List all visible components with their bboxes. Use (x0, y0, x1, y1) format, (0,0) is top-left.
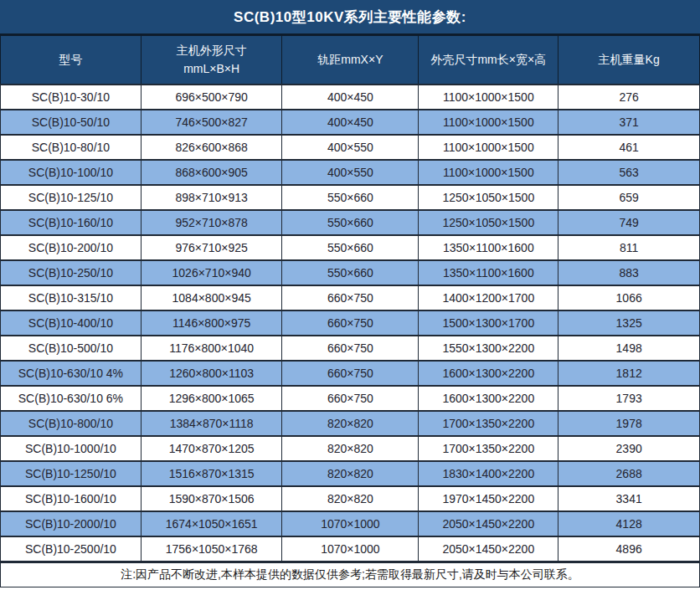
table-cell: 898×710×913 (141, 185, 282, 210)
table-cell: 1100×1000×1500 (419, 110, 558, 135)
spec-sheet: SC(B)10型10KV系列主要性能参数: 型号 主机外形尺寸 mmL×B×H … (0, 0, 700, 590)
table-cell: SC(B)10-80/10 (1, 135, 142, 160)
table-cell: 550×660 (282, 260, 419, 285)
table-cell: 1325 (558, 310, 700, 336)
table-cell: 1250×1050×1500 (419, 185, 558, 210)
table-cell: 461 (558, 135, 700, 160)
column-header-shell-size: 外壳尺寸mm长×宽×高 (419, 36, 558, 85)
table-row: SC(B)10-630/10 6%1296×800×1065660×750160… (1, 386, 700, 411)
table-cell: 660×750 (282, 386, 419, 411)
table-cell: SC(B)10-2000/10 (1, 511, 142, 536)
table-row: SC(B)10-630/10 4%1260×800×1103660×750160… (1, 361, 700, 386)
table-cell: 1793 (558, 386, 700, 411)
table-cell: 660×750 (282, 310, 419, 336)
table-cell: 820×820 (282, 461, 419, 486)
table-cell: 820×820 (282, 411, 419, 436)
table-cell: SC(B)10-1250/10 (1, 461, 142, 486)
table-cell: 1674×1050×1651 (141, 511, 282, 536)
table-cell: 1970×1450×2200 (419, 486, 558, 511)
table-cell: 1400×1200×1700 (419, 285, 558, 310)
table-row: SC(B)10-2500/101756×1050×17681070×100020… (1, 536, 700, 562)
table-cell: 1812 (558, 361, 700, 386)
table-cell: 1260×800×1103 (141, 361, 282, 386)
table-cell: 550×660 (282, 185, 419, 210)
table-cell: 820×820 (282, 436, 419, 461)
table-cell: SC(B)10-315/10 (1, 285, 142, 310)
table-cell: SC(B)10-1000/10 (1, 436, 142, 461)
table-cell: 1830×1400×2200 (419, 461, 558, 486)
table-cell: 749 (558, 210, 700, 235)
table-cell: 400×450 (282, 110, 419, 135)
table-cell: 2050×1450×2200 (419, 511, 558, 536)
table-cell: 1250×1050×1500 (419, 210, 558, 235)
table-cell: SC(B)10-200/10 (1, 235, 142, 260)
table-row: SC(B)10-1000/101470×870×1205820×8201700×… (1, 436, 700, 461)
table-row: SC(B)10-1250/101516×870×1315820×8201830×… (1, 461, 700, 486)
table-cell: 826×600×868 (141, 135, 282, 160)
table-cell: SC(B)10-160/10 (1, 210, 142, 235)
column-header-dimensions: 主机外形尺寸 mmL×B×H (141, 36, 282, 85)
table-cell: SC(B)10-100/10 (1, 160, 142, 185)
table-cell: SC(B)10-50/10 (1, 110, 142, 135)
table-cell: 1084×800×945 (141, 285, 282, 310)
table-cell: 2390 (558, 436, 700, 461)
table-cell: 1070×1000 (282, 536, 419, 562)
table-cell: 1350×1100×1600 (419, 235, 558, 260)
table-cell: 868×600×905 (141, 160, 282, 185)
table-header-row: 型号 主机外形尺寸 mmL×B×H 轨距mmX×Y 外壳尺寸mm长×宽×高 主机… (1, 36, 700, 85)
table-cell: 1026×710×940 (141, 260, 282, 285)
table-cell: 1100×1000×1500 (419, 85, 558, 110)
table-cell: 1756×1050×1768 (141, 536, 282, 562)
table-row: SC(B)10-250/101026×710×940550×6601350×11… (1, 260, 700, 285)
table-cell: 400×550 (282, 135, 419, 160)
table-cell: 976×710×925 (141, 235, 282, 260)
table-cell: 1498 (558, 336, 700, 361)
table-cell: 1600×1300×2200 (419, 386, 558, 411)
table-cell: SC(B)10-125/10 (1, 185, 142, 210)
table-cell: 1516×870×1315 (141, 461, 282, 486)
table-cell: 820×820 (282, 486, 419, 511)
table-cell: 371 (558, 110, 700, 135)
table-cell: 1146×800×975 (141, 310, 282, 336)
table-cell: 660×750 (282, 285, 419, 310)
page-title: SC(B)10型10KV系列主要性能参数: (0, 0, 700, 35)
table-cell: 660×750 (282, 336, 419, 361)
column-header-weight: 主机重量Kg (558, 36, 700, 85)
table-row: SC(B)10-800/101384×870×1118820×8201700×1… (1, 411, 700, 436)
table-body: SC(B)10-30/10696×500×790400×4501100×1000… (1, 85, 700, 562)
table-cell: 952×710×878 (141, 210, 282, 235)
table-cell: 660×750 (282, 361, 419, 386)
table-cell: 1066 (558, 285, 700, 310)
table-row: SC(B)10-400/101146×800×975660×7501500×13… (1, 310, 700, 336)
table-cell: SC(B)10-30/10 (1, 85, 142, 110)
table-cell: 550×660 (282, 210, 419, 235)
table-cell: 2050×1450×2200 (419, 536, 558, 562)
table-cell: 2688 (558, 461, 700, 486)
table-cell: 563 (558, 160, 700, 185)
table-cell: 4128 (558, 511, 700, 536)
table-cell: 3341 (558, 486, 700, 511)
table-cell: 696×500×790 (141, 85, 282, 110)
table-cell: 883 (558, 260, 700, 285)
table-cell: SC(B)10-800/10 (1, 411, 142, 436)
table-cell: 1700×1350×2200 (419, 411, 558, 436)
table-cell: 746×500×827 (141, 110, 282, 135)
table-cell: SC(B)10-500/10 (1, 336, 142, 361)
table-cell: SC(B)10-250/10 (1, 260, 142, 285)
table-cell: SC(B)10-2500/10 (1, 536, 142, 562)
table-row: SC(B)10-500/101176×800×1040660×7501550×1… (1, 336, 700, 361)
table-cell: 1500×1300×1700 (419, 310, 558, 336)
table-cell: 400×450 (282, 85, 419, 110)
table-cell: 1296×800×1065 (141, 386, 282, 411)
table-cell: 1700×1350×2200 (419, 436, 558, 461)
table-cell: 276 (558, 85, 700, 110)
table-cell: SC(B)10-630/10 6% (1, 386, 142, 411)
table-row: SC(B)10-30/10696×500×790400×4501100×1000… (1, 85, 700, 110)
table-cell: 1350×1100×1600 (419, 260, 558, 285)
table-cell: SC(B)10-1600/10 (1, 486, 142, 511)
table-cell: 1590×870×1506 (141, 486, 282, 511)
table-row: SC(B)10-100/10868×600×905400×5501100×100… (1, 160, 700, 185)
footer-note: 注:因产品不断改进,本样本提供的数据仅供参考;若需取得最新尺寸,请及时与本公司联… (0, 562, 700, 587)
table-row: SC(B)10-200/10976×710×925550×6601350×110… (1, 235, 700, 260)
table-row: SC(B)10-160/10952×710×878550×6601250×105… (1, 210, 700, 235)
